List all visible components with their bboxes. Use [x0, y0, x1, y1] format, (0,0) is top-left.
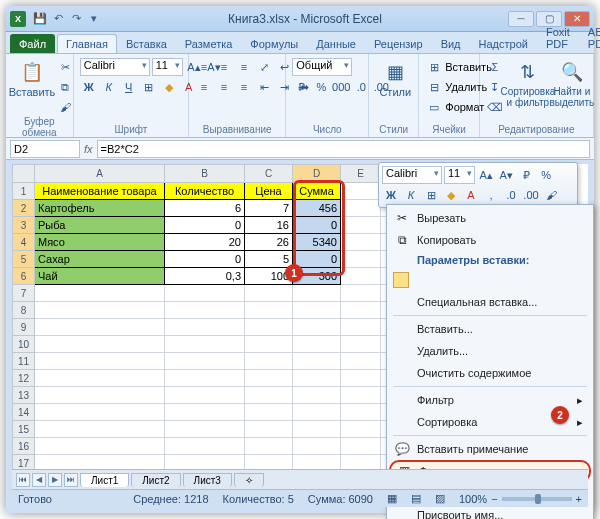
menu-cut[interactable]: ✂Вырезать: [389, 207, 591, 229]
zoom-control[interactable]: 100% − +: [459, 493, 582, 505]
bold-button[interactable]: Ж: [80, 78, 98, 96]
paste-icon: 📋: [20, 60, 44, 84]
tab-home[interactable]: Главная: [57, 34, 117, 53]
tab-formulas[interactable]: Формулы: [241, 34, 307, 53]
mini-size-combo[interactable]: 11: [444, 166, 475, 184]
comma-icon[interactable]: 000: [332, 78, 350, 96]
format-cells-icon[interactable]: ▭: [425, 98, 443, 116]
mini-fill-icon[interactable]: ◆: [442, 186, 460, 204]
border-icon[interactable]: ⊞: [140, 78, 158, 96]
tab-addins[interactable]: Надстрой: [470, 34, 537, 53]
underline-button[interactable]: Ч: [120, 78, 138, 96]
zoom-out-icon[interactable]: −: [491, 493, 497, 505]
status-ready: Готово: [18, 493, 52, 505]
inc-decimal-icon[interactable]: .0: [352, 78, 370, 96]
save-icon[interactable]: 💾: [32, 11, 48, 27]
paste-button[interactable]: 📋 Вставить: [12, 58, 52, 100]
name-box[interactable]: D2: [10, 140, 80, 158]
status-average: Среднее: 1218: [133, 493, 208, 505]
annotation-badge-1: 1: [285, 264, 303, 282]
delete-cells-icon[interactable]: ⊟: [425, 78, 443, 96]
mini-painter-icon[interactable]: 🖌: [542, 186, 560, 204]
mini-fontcolor-icon[interactable]: A: [462, 186, 480, 204]
sheet-nav-next[interactable]: ▶: [48, 473, 62, 487]
formula-input[interactable]: =B2*C2: [97, 140, 590, 158]
menu-comment[interactable]: 💬Вставить примечание: [389, 438, 591, 460]
zoom-level: 100%: [459, 493, 487, 505]
sheet-tab-2[interactable]: Лист2: [131, 473, 180, 487]
mini-toolbar: Calibri 11 A▴ A▾ ₽ % Ж К ⊞ ◆ A , .0 .00 …: [378, 162, 578, 208]
format-painter-icon[interactable]: 🖌: [56, 98, 74, 116]
mini-currency-icon[interactable]: ₽: [517, 166, 535, 184]
mini-bold-icon[interactable]: Ж: [382, 186, 400, 204]
tab-review[interactable]: Рецензир: [365, 34, 432, 53]
redo-icon[interactable]: ↷: [68, 11, 84, 27]
copy-icon[interactable]: ⧉: [56, 78, 74, 96]
number-format-combo[interactable]: Общий: [292, 58, 352, 76]
sheet-nav-first[interactable]: ⏮: [16, 473, 30, 487]
align-mid-icon[interactable]: ≡: [215, 58, 233, 76]
mini-italic-icon[interactable]: К: [402, 186, 420, 204]
find-select-button[interactable]: 🔍Найти и выделить: [552, 58, 592, 110]
menu-clear[interactable]: Очистить содержимое: [389, 362, 591, 384]
tab-insert[interactable]: Вставка: [117, 34, 176, 53]
font-size-combo[interactable]: 11: [152, 58, 183, 76]
view-layout-icon[interactable]: ▤: [411, 492, 421, 505]
zoom-slider[interactable]: [502, 497, 572, 501]
cut-icon[interactable]: ✂: [56, 58, 74, 76]
undo-icon[interactable]: ↶: [50, 11, 66, 27]
sort-filter-button[interactable]: ⇅Сортировка и фильтр: [508, 58, 548, 110]
mini-grow-icon[interactable]: A▴: [477, 166, 495, 184]
align-center-icon[interactable]: ≡: [215, 78, 233, 96]
tab-layout[interactable]: Разметка: [176, 34, 242, 53]
group-font: Calibri 11 A▴ A▾ Ж К Ч ⊞ ◆ A Шрифт: [74, 54, 189, 137]
mini-percent-icon[interactable]: %: [537, 166, 555, 184]
align-bot-icon[interactable]: ≡: [235, 58, 253, 76]
font-name-combo[interactable]: Calibri: [80, 58, 150, 76]
align-top-icon[interactable]: ≡: [195, 58, 213, 76]
view-normal-icon[interactable]: ▦: [387, 492, 397, 505]
group-number: Общий ₽ % 000 .0 .00 Число: [286, 54, 369, 137]
align-left-icon[interactable]: ≡: [195, 78, 213, 96]
mini-shrink-icon[interactable]: A▾: [497, 166, 515, 184]
mini-font-combo[interactable]: Calibri: [382, 166, 442, 184]
menu-paste-special[interactable]: Специальная вставка...: [389, 291, 591, 313]
mini-decdec-icon[interactable]: .00: [522, 186, 540, 204]
menu-paste-default[interactable]: [389, 269, 591, 291]
orientation-icon[interactable]: ⤢: [255, 58, 273, 76]
status-count: Количество: 5: [223, 493, 294, 505]
annotation-badge-2: 2: [551, 406, 569, 424]
styles-button[interactable]: ▦Стили: [375, 58, 415, 100]
tab-view[interactable]: Вид: [432, 34, 470, 53]
currency-icon[interactable]: ₽: [292, 78, 310, 96]
minimize-button[interactable]: ─: [508, 11, 534, 27]
tab-foxit[interactable]: Foxit PDF: [537, 22, 579, 53]
ribbon-tabs: Файл Главная Вставка Разметка Формулы Да…: [6, 32, 594, 54]
view-break-icon[interactable]: ▨: [435, 492, 445, 505]
autosum-icon[interactable]: Σ: [486, 58, 504, 76]
menu-copy[interactable]: ⧉Копировать: [389, 229, 591, 251]
sheet-nav-prev[interactable]: ◀: [32, 473, 46, 487]
sheet-nav-last[interactable]: ⏭: [64, 473, 78, 487]
menu-insert[interactable]: Вставить...: [389, 318, 591, 340]
tab-data[interactable]: Данные: [307, 34, 365, 53]
mini-border-icon[interactable]: ⊞: [422, 186, 440, 204]
insert-cells-icon[interactable]: ⊞: [425, 58, 443, 76]
menu-delete[interactable]: Удалить...: [389, 340, 591, 362]
italic-button[interactable]: К: [100, 78, 118, 96]
qat-dropdown-icon[interactable]: ▾: [86, 11, 102, 27]
tab-file[interactable]: Файл: [10, 34, 55, 53]
fill-color-icon[interactable]: ◆: [160, 78, 178, 96]
align-right-icon[interactable]: ≡: [235, 78, 253, 96]
zoom-in-icon[interactable]: +: [576, 493, 582, 505]
new-sheet-button[interactable]: ✧: [234, 473, 264, 487]
fx-icon[interactable]: fx: [84, 143, 93, 155]
indent-dec-icon[interactable]: ⇤: [255, 78, 273, 96]
percent-icon[interactable]: %: [312, 78, 330, 96]
mini-comma-icon[interactable]: ,: [482, 186, 500, 204]
tab-abbyy[interactable]: ABBYY PD: [579, 22, 600, 53]
mini-incdec-icon[interactable]: .0: [502, 186, 520, 204]
sheet-tab-1[interactable]: Лист1: [80, 473, 129, 487]
status-sum: Сумма: 6090: [308, 493, 373, 505]
sheet-tab-3[interactable]: Лист3: [183, 473, 232, 487]
